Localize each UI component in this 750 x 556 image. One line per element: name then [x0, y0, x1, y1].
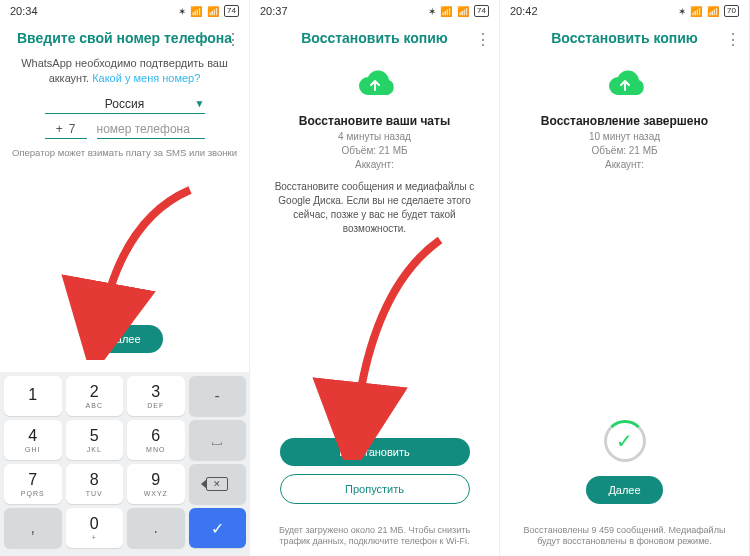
key-confirm[interactable]: ✓: [189, 508, 247, 548]
backup-time: 10 минут назад: [500, 131, 749, 142]
backup-account: Аккаунт:: [500, 159, 749, 170]
download-note: Будет загружено около 21 МБ. Чтобы снизи…: [250, 525, 499, 548]
phone-input[interactable]: номер телефона: [97, 122, 205, 139]
backup-size: Объём: 21 МБ: [500, 145, 749, 156]
screen-enter-phone: 20:34 ✶ 📶 📶 74 Введите свой номер телефо…: [0, 0, 250, 556]
progress-check-icon: ✓: [604, 420, 646, 462]
country-code-input[interactable]: +7: [45, 122, 87, 139]
cloud-upload-icon: [351, 66, 399, 100]
status-time: 20:42: [510, 5, 538, 17]
status-bar: 20:42 ✶ 📶 📶 70: [500, 0, 749, 22]
status-icons: ✶ 📶 📶 74: [428, 5, 489, 17]
next-button[interactable]: Далее: [586, 476, 662, 504]
more-icon[interactable]: ⋮: [725, 30, 741, 49]
backup-account: Аккаунт:: [250, 159, 499, 170]
key-6[interactable]: 6MNO: [127, 420, 185, 460]
country-select[interactable]: Россия ▼: [45, 97, 205, 114]
key-comma[interactable]: ,: [4, 508, 62, 548]
screen-restore: 20:37 ✶ 📶 📶 74 Восстановить копию ⋮ Восс…: [250, 0, 500, 556]
key-dash[interactable]: -: [189, 376, 247, 416]
skip-button[interactable]: Пропустить: [280, 474, 470, 504]
more-icon[interactable]: ⋮: [475, 30, 491, 49]
cloud-upload-icon: [601, 66, 649, 100]
country-name: Россия: [105, 97, 144, 111]
dropdown-arrow-icon: ▼: [195, 98, 205, 109]
backup-size: Объём: 21 МБ: [250, 145, 499, 156]
page-title: Восстановить копию: [551, 30, 698, 46]
numeric-keypad: 1 2ABC 3DEF - 4GHI 5JKL 6MNO ⎵ 7PQRS 8TU…: [0, 372, 250, 556]
key-0[interactable]: 0+: [66, 508, 124, 548]
which-number-link[interactable]: Какой у меня номер?: [92, 72, 200, 84]
key-2[interactable]: 2ABC: [66, 376, 124, 416]
key-8[interactable]: 8TUV: [66, 464, 124, 504]
next-button[interactable]: Далее: [86, 325, 162, 353]
key-space[interactable]: ⎵: [189, 420, 247, 460]
subtitle: WhatsApp необходимо подтвердить ваш акка…: [0, 56, 249, 87]
more-icon[interactable]: ⋮: [225, 30, 241, 49]
complete-heading: Восстановление завершено: [500, 114, 749, 128]
key-5[interactable]: 5JKL: [66, 420, 124, 460]
status-icons: ✶ 📶 📶 74: [178, 5, 239, 17]
backup-time: 4 минуты назад: [250, 131, 499, 142]
restore-button[interactable]: Восстановить: [280, 438, 470, 466]
key-1[interactable]: 1: [4, 376, 62, 416]
restore-summary: Восстановлены 9 459 сообщений. Медиафайл…: [500, 525, 749, 548]
screen-restore-complete: 20:42 ✶ 📶 📶 70 Восстановить копию ⋮ Восс…: [500, 0, 750, 556]
key-3[interactable]: 3DEF: [127, 376, 185, 416]
restore-body: Восстановите сообщения и медиафайлы с Go…: [250, 180, 499, 236]
key-4[interactable]: 4GHI: [4, 420, 62, 460]
status-time: 20:34: [10, 5, 38, 17]
status-time: 20:37: [260, 5, 288, 17]
phone-row: +7 номер телефона: [45, 122, 205, 139]
page-title: Введите свой номер телефона: [17, 30, 232, 46]
header: Введите свой номер телефона ⋮: [0, 22, 249, 56]
status-bar: 20:37 ✶ 📶 📶 74: [250, 0, 499, 22]
restore-heading: Восстановите ваши чаты: [250, 114, 499, 128]
carrier-note: Оператор может взимать плату за SMS или …: [0, 147, 249, 158]
key-9[interactable]: 9WXYZ: [127, 464, 185, 504]
backspace-icon: ✕: [206, 477, 228, 491]
status-icons: ✶ 📶 📶 70: [678, 5, 739, 17]
key-backspace[interactable]: ✕: [189, 464, 247, 504]
header: Восстановить копию ⋮: [500, 22, 749, 56]
page-title: Восстановить копию: [301, 30, 448, 46]
status-bar: 20:34 ✶ 📶 📶 74: [0, 0, 249, 22]
header: Восстановить копию ⋮: [250, 22, 499, 56]
key-7[interactable]: 7PQRS: [4, 464, 62, 504]
key-dot[interactable]: .: [127, 508, 185, 548]
